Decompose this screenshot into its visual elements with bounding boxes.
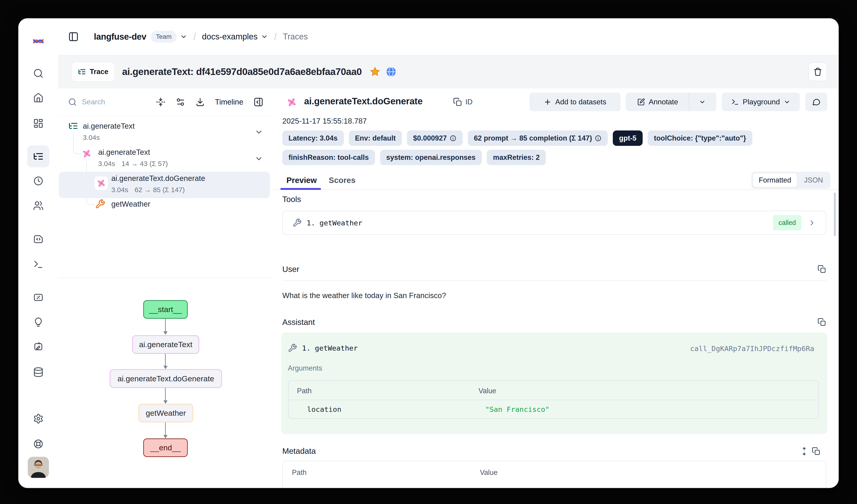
add-to-datasets-button[interactable]: Add to datasets [530, 93, 621, 111]
model-badge[interactable]: gpt-5 [613, 131, 643, 146]
tree-connector [73, 132, 82, 154]
panel-left-toggle-icon[interactable] [68, 31, 79, 42]
evaluation-percent-icon[interactable] [33, 292, 44, 303]
graph-splitter[interactable] [58, 278, 273, 278]
copy-assistant-icon[interactable] [818, 318, 826, 327]
active-tab-underline [281, 188, 321, 190]
project-chevron-down-icon[interactable] [261, 33, 268, 40]
datasets-database-icon[interactable] [33, 367, 44, 378]
tool-called-badge: called [773, 215, 802, 230]
observation-detail-panel: ai.generateText.doGenerate ID Add to dat… [273, 88, 839, 488]
scrollbar-thumb[interactable] [834, 193, 836, 236]
expand-metadata-icon[interactable] [800, 447, 809, 456]
comment-bubble-icon [812, 98, 821, 106]
comments-button[interactable] [805, 93, 827, 111]
graph-node-end[interactable]: __end__ [143, 438, 188, 457]
search-icon[interactable] [33, 68, 44, 79]
chevron-down-icon[interactable] [254, 128, 263, 136]
max-retries-badge: maxRetries: 2 [487, 150, 546, 165]
view-settings-icon[interactable] [175, 97, 185, 107]
graph-arrowhead [164, 366, 168, 369]
sidebar-rail [18, 18, 58, 488]
users-icon[interactable] [33, 201, 44, 211]
latency-badge: Latency: 3.04s [282, 131, 344, 146]
annotate-dropdown-chevron-icon[interactable] [693, 93, 712, 111]
collapse-panel-icon[interactable] [253, 97, 264, 107]
support-lifebuoy-icon[interactable] [33, 439, 44, 449]
tree-label-do-generate[interactable]: ai.generateText.doGenerate [111, 174, 205, 183]
settings-gear-icon[interactable] [33, 413, 44, 424]
tree-row-tool[interactable] [95, 199, 105, 209]
prompts-file-code-icon[interactable] [33, 234, 44, 244]
tool-definition-row[interactable]: 1. getWeather called [282, 211, 826, 235]
graph-node-start[interactable]: __start__ [143, 300, 188, 319]
tree-label-root[interactable]: ai.generateText [83, 122, 135, 131]
usage-badge[interactable]: 62 prompt → 85 completion (Σ 147) [468, 131, 608, 146]
bookmark-star-icon[interactable] [370, 66, 381, 77]
sessions-clock-icon[interactable] [33, 176, 44, 186]
annotate-button[interactable]: Annotate [626, 93, 716, 111]
copy-user-icon[interactable] [818, 265, 826, 274]
table-divider [289, 400, 819, 400]
breadcrumb-project[interactable]: docs-examples [202, 32, 257, 41]
chevron-down-icon[interactable] [254, 154, 263, 163]
delete-trace-button[interactable] [808, 63, 827, 81]
workspace-type-badge: Team [151, 31, 177, 42]
tab-preview[interactable]: Preview [281, 170, 323, 190]
arg-row-value: "San Francisco" [485, 405, 550, 413]
assistant-tool-call-card: 1. getWeather call_DgKARp7a7IhJPDczfifMp… [281, 332, 827, 434]
tree-row-trace[interactable] [68, 121, 78, 131]
collapse-all-icon[interactable] [156, 97, 166, 107]
graph-node-generate-text[interactable]: ai.generateText [132, 335, 199, 354]
info-icon [450, 135, 456, 142]
home-icon[interactable] [33, 93, 44, 103]
trace-title: ai.generateText: df41e597d0a85e0d7a6ae8e… [122, 66, 362, 77]
breadcrumb-page[interactable]: Traces [283, 32, 308, 41]
copy-metadata-icon[interactable] [812, 447, 821, 456]
usage-value: 62 prompt → 85 completion (Σ 147) [474, 134, 592, 142]
tree-row-do-generate[interactable] [95, 177, 108, 190]
cost-badge[interactable]: $0.000927 [407, 131, 463, 146]
download-icon[interactable] [195, 97, 205, 107]
workspace-chevron-down-icon[interactable] [180, 33, 187, 40]
trace-type-badge: Trace [72, 63, 114, 81]
timeline-toggle[interactable]: Timeline [215, 98, 243, 106]
playground-terminal-icon[interactable] [33, 259, 44, 270]
graph-arrowhead [164, 435, 168, 438]
dashboards-icon[interactable] [33, 118, 44, 129]
chevron-down-icon [784, 99, 790, 105]
format-option-formatted[interactable]: Formatted [753, 173, 797, 187]
metadata-value-header: Value [480, 468, 498, 477]
tree-label-generation[interactable]: ai.generateText [98, 148, 150, 157]
user-avatar[interactable] [28, 457, 49, 478]
tree-row-generation[interactable] [82, 149, 92, 159]
args-path-header: Path [297, 387, 312, 395]
copy-id-icon[interactable] [453, 98, 462, 107]
tree-label-tool[interactable]: getWeather [111, 200, 150, 208]
user-divider [282, 280, 826, 281]
chevron-right-icon[interactable] [808, 219, 816, 227]
graph-node-do-generate[interactable]: ai.generateText.doGenerate [110, 369, 222, 388]
tree-toolbar: Timeline [58, 88, 273, 116]
public-globe-icon[interactable] [386, 66, 397, 77]
annotation-clipboard-pen-icon[interactable] [33, 342, 44, 352]
wrench-icon [288, 344, 297, 353]
format-option-json[interactable]: JSON [798, 173, 829, 187]
tab-scores[interactable]: Scores [323, 170, 362, 190]
tool-name: 1. getWeather [307, 219, 363, 227]
detail-tabs: Preview Scores [281, 170, 362, 190]
button-divider [689, 93, 689, 111]
search-input[interactable] [82, 98, 151, 106]
tree-duration-do-generate: 3.04s [111, 186, 128, 194]
tree-tokens-generation: 14 → 43 (Σ 57) [121, 160, 168, 168]
insights-lightbulb-icon[interactable] [33, 317, 44, 327]
tree-tokens-do-generate: 62 → 85 (Σ 147) [134, 186, 185, 194]
breadcrumb-workspace[interactable]: langfuse-dev [94, 32, 146, 42]
langfuse-logo-icon[interactable] [32, 35, 44, 47]
tree-duration-generation: 3.04s [98, 160, 115, 168]
tracing-icon[interactable] [33, 151, 44, 162]
graph-node-get-weather[interactable]: getWeather [138, 404, 193, 422]
breadcrumb-separator: / [194, 31, 196, 42]
tool-call-id: call_DgKARp7a7IhJPDczfifMp6Ra [690, 344, 814, 353]
playground-button[interactable]: Playground [722, 93, 800, 111]
